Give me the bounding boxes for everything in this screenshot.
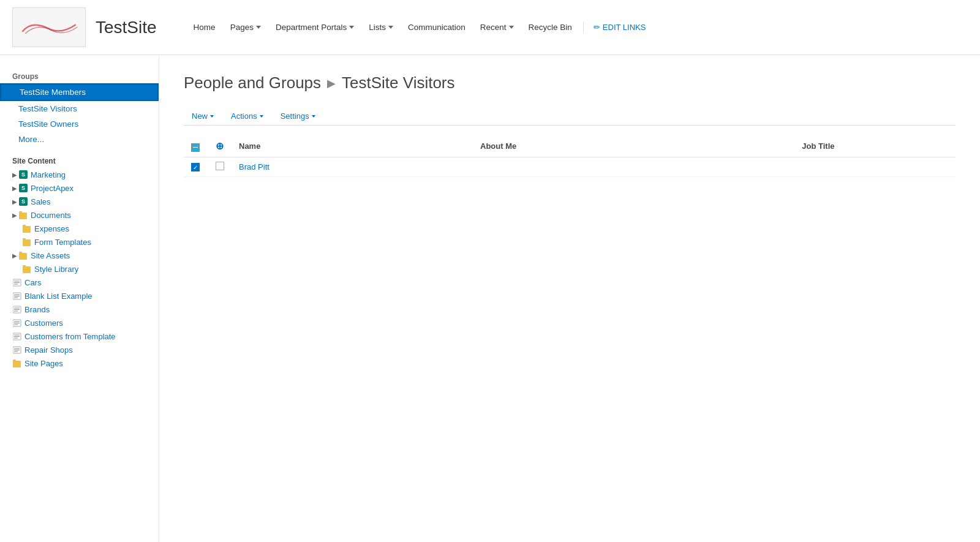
nav-lists[interactable]: Lists [363, 19, 399, 36]
nav-communication[interactable]: Communication [402, 19, 472, 36]
site-content-label: Site Content [0, 147, 159, 168]
svg-rect-10 [23, 265, 26, 267]
svg-rect-2 [19, 211, 22, 213]
customers-icon [12, 318, 22, 328]
sidebar-item-projectapex[interactable]: ▶ S ProjectApex [0, 181, 159, 195]
name-column-header: Name [232, 135, 473, 157]
style-library-icon [22, 264, 32, 274]
svg-rect-35 [13, 361, 21, 367]
table-row: Brad Pitt [184, 157, 956, 177]
edit-icon: ✏ [594, 23, 600, 32]
sidebar-item-form-templates[interactable]: Form Templates [0, 235, 159, 249]
recent-dropdown-arrow [509, 26, 514, 29]
testsite-visitors-link: TestSite Visitors [18, 104, 77, 113]
expand-arrow: ▶ [12, 212, 17, 219]
site-assets-icon [18, 250, 28, 260]
row-about-cell [473, 157, 794, 177]
nav-divider [583, 21, 584, 34]
marketing-icon: S [18, 170, 28, 179]
job-title-column-header: Job Title [794, 135, 956, 157]
sidebar-item-repair-shops[interactable]: Repair Shops [0, 343, 159, 356]
actions-button[interactable]: Actions [223, 107, 271, 125]
sidebar-item-marketing[interactable]: ▶ S Marketing [0, 168, 159, 181]
nav-recycle-bin[interactable]: Recycle Bin [522, 19, 578, 36]
expenses-icon [22, 224, 32, 233]
documents-icon [18, 210, 28, 220]
sidebar-item-customers-from-template[interactable]: Customers from Template [0, 329, 159, 343]
customers-from-template-icon [12, 331, 22, 341]
svg-rect-0 [13, 8, 85, 47]
nav-dept-portals[interactable]: Department Portals [270, 19, 360, 36]
actions-dropdown-arrow [260, 115, 263, 118]
sidebar-more-link[interactable]: More... [0, 132, 159, 147]
sidebar-item-sales[interactable]: ▶ S Sales [0, 195, 159, 208]
info-header: ⊕ [208, 135, 232, 157]
expand-arrow: ▶ [12, 198, 17, 205]
sidebar-item-cars[interactable]: Cars [0, 276, 159, 289]
sidebar-item-brands[interactable]: Brands [0, 303, 159, 316]
edit-links-button[interactable]: ✏ EDIT LINKS [594, 23, 646, 32]
sidebar-item-expenses[interactable]: Expenses [0, 222, 159, 235]
expand-arrow: ▶ [12, 171, 17, 178]
nav-pages[interactable]: Pages [224, 19, 267, 36]
expand-arrow: ▶ [12, 252, 17, 259]
testsite-members-link: TestSite Members [20, 88, 86, 97]
cars-icon [12, 277, 22, 287]
select-all-header [184, 135, 208, 157]
toolbar: New Actions Settings [184, 107, 956, 126]
projectapex-icon: S [18, 183, 28, 193]
brands-icon [12, 304, 22, 314]
svg-rect-36 [13, 359, 16, 361]
repair-shops-icon [12, 345, 22, 355]
form-templates-icon [22, 237, 32, 247]
page-title: TestSite Visitors [342, 73, 454, 92]
people-table: ⊕ Name About Me Job Title Brad Pit [184, 135, 956, 177]
sidebar-item-customers[interactable]: Customers [0, 316, 159, 329]
header-checkbox[interactable] [191, 143, 200, 152]
breadcrumb-arrow: ▶ [327, 77, 336, 90]
sidebar-item-testsite-owners[interactable]: TestSite Owners [0, 116, 159, 132]
testsite-owners-link: TestSite Owners [18, 119, 78, 129]
row-job-cell [794, 157, 956, 177]
sidebar-item-testsite-members[interactable]: TestSite Members [0, 83, 159, 101]
nav-home[interactable]: Home [187, 19, 222, 36]
svg-rect-4 [23, 225, 26, 227]
new-dropdown-arrow [210, 115, 214, 118]
svg-rect-7 [19, 253, 27, 260]
svg-rect-1 [19, 213, 27, 219]
main-content: People and Groups ▶ TestSite Visitors Ne… [159, 55, 980, 542]
site-logo [12, 7, 86, 47]
sidebar-item-site-pages[interactable]: Site Pages [0, 356, 159, 370]
svg-rect-3 [23, 226, 31, 233]
settings-dropdown-arrow [312, 115, 315, 118]
page-title-area: People and Groups ▶ TestSite Visitors [184, 73, 956, 92]
sales-icon: S [18, 197, 28, 206]
row-name-cell: Brad Pitt [232, 157, 473, 177]
logo-area: TestSite [12, 7, 175, 47]
svg-rect-9 [23, 266, 31, 273]
settings-button[interactable]: Settings [273, 107, 323, 125]
header: TestSite Home Pages Department Portals L… [0, 0, 980, 55]
expand-arrow: ▶ [12, 185, 17, 192]
row-checkbox[interactable] [191, 163, 200, 171]
groups-label: Groups [0, 67, 159, 83]
sidebar-item-documents[interactable]: ▶ Documents [0, 208, 159, 222]
sidebar-item-testsite-visitors[interactable]: TestSite Visitors [0, 101, 159, 116]
lists-dropdown-arrow [388, 26, 393, 29]
top-nav: Home Pages Department Portals Lists Comm… [187, 19, 646, 36]
site-pages-icon [12, 358, 22, 368]
svg-rect-5 [23, 239, 31, 246]
sidebar-item-site-assets[interactable]: ▶ Site Assets [0, 249, 159, 262]
sidebar: Groups TestSite Members TestSite Visitor… [0, 55, 159, 542]
sidebar-item-style-library[interactable]: Style Library [0, 262, 159, 276]
person-link[interactable]: Brad Pitt [239, 162, 270, 171]
new-button[interactable]: New [184, 107, 222, 125]
pages-dropdown-arrow [256, 26, 261, 29]
blank-list-example-icon [12, 291, 22, 301]
row-select-checkbox[interactable] [216, 162, 224, 170]
info-header-icon[interactable]: ⊕ [216, 141, 224, 151]
nav-recent[interactable]: Recent [474, 19, 520, 36]
sidebar-item-blank-list-example[interactable]: Blank List Example [0, 289, 159, 303]
page-layout: Groups TestSite Members TestSite Visitor… [0, 55, 980, 542]
svg-rect-6 [23, 238, 26, 240]
